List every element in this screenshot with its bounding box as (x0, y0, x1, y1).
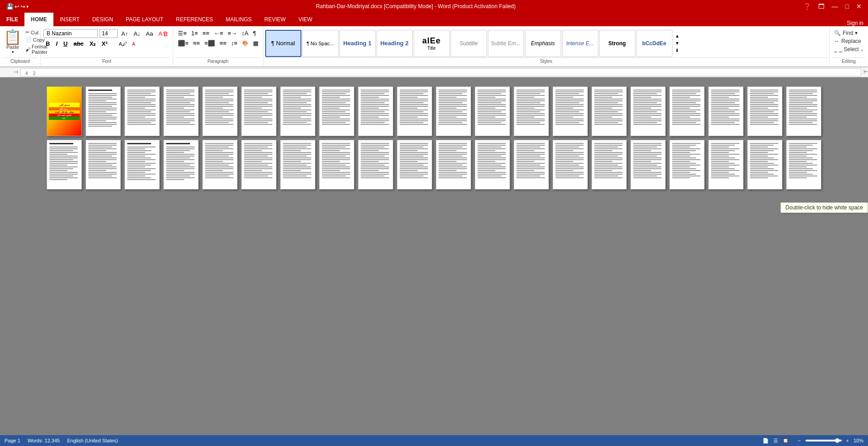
redo-icon[interactable]: ↪ (20, 3, 25, 10)
tab-insert[interactable]: INSERT (53, 13, 86, 26)
document-page-20[interactable] (786, 86, 821, 136)
document-page-11[interactable] (436, 86, 471, 136)
tab-pagelayout[interactable]: PAGE LAYOUT (119, 13, 170, 26)
bullet-list-button[interactable]: ☰≡ (176, 29, 189, 38)
document-page-31[interactable] (436, 140, 471, 190)
signin-label[interactable]: Sign in (847, 20, 863, 26)
style-normal-item[interactable]: ¶ Normal (265, 30, 301, 57)
tab-design[interactable]: DESIGN (86, 13, 119, 26)
tab-review[interactable]: REVIEW (258, 13, 292, 26)
document-page-32[interactable] (475, 140, 510, 190)
bold-button[interactable]: B (43, 39, 52, 48)
tab-references[interactable]: REFERENCES (170, 13, 219, 26)
document-page-40[interactable] (786, 140, 821, 190)
style-subtitle-item[interactable]: Subtitle (451, 30, 487, 57)
increase-indent-button[interactable]: ≡→ (226, 29, 239, 38)
document-page-2[interactable] (86, 86, 121, 136)
underline-button[interactable]: U (61, 39, 70, 48)
borders-button[interactable]: ▦ (251, 39, 260, 47)
font-name-input[interactable] (43, 29, 98, 38)
justify-button[interactable]: ≡≡ (218, 39, 228, 47)
paste-dropdown[interactable]: ▾ (12, 50, 14, 54)
document-page-29[interactable] (358, 140, 393, 190)
multilevel-list-button[interactable]: ≡≡ (200, 29, 211, 38)
replace-button[interactable]: ↔ Replace (832, 37, 865, 45)
zoom-minus-button[interactable]: − (798, 438, 801, 443)
document-page-3[interactable] (124, 86, 160, 136)
view-web-icon[interactable]: 🔲 (782, 438, 789, 444)
document-page-13[interactable] (514, 86, 549, 136)
text-highlight-button[interactable]: A🖊 (117, 40, 129, 47)
document-page-27[interactable] (280, 140, 315, 190)
document-page-25[interactable] (202, 140, 238, 190)
font-color-button[interactable]: A (130, 40, 137, 47)
decrease-indent-button[interactable]: ←≡ (212, 29, 225, 38)
document-page-9[interactable] (358, 86, 393, 136)
document-page-23[interactable] (124, 140, 160, 190)
tab-mailings[interactable]: MAILINGS (219, 13, 258, 26)
document-page-cover[interactable]: تحقیق آنلاین مرجع دانلود... موبایل - وای… (47, 86, 82, 136)
minimize-icon[interactable]: — (829, 3, 841, 10)
zoom-slider[interactable] (806, 440, 842, 441)
document-page-38[interactable] (708, 140, 744, 190)
signin-area[interactable]: Sign in (847, 20, 868, 26)
document-page-22[interactable] (86, 140, 121, 190)
document-page-28[interactable] (319, 140, 354, 190)
document-page-15[interactable] (591, 86, 627, 136)
maximize-icon[interactable]: □ (843, 3, 852, 10)
show-formatting-button[interactable]: ¶ (251, 29, 258, 38)
paste-button[interactable]: 📋 Paste ▾ (3, 29, 23, 57)
document-page-7[interactable] (280, 86, 315, 136)
help-icon[interactable]: ❓ (801, 3, 814, 10)
document-page-16[interactable] (630, 86, 666, 136)
ribbon-collapse-icon[interactable]: 🗖 (816, 3, 827, 10)
close-icon[interactable]: ✕ (854, 3, 864, 10)
style-subtleem-item[interactable]: Subtle Em... (488, 30, 524, 57)
align-center-button[interactable]: ≡≡ (191, 39, 202, 47)
font-size-input[interactable] (100, 29, 118, 38)
document-page-19[interactable] (747, 86, 782, 136)
numbered-list-button[interactable]: 1≡ (190, 29, 200, 38)
sort-button[interactable]: ↕A (240, 29, 250, 38)
document-page-14[interactable] (553, 86, 588, 136)
document-page-18[interactable] (708, 86, 744, 136)
document-page-34[interactable] (553, 140, 588, 190)
document-page-37[interactable] (669, 140, 705, 190)
document-page-8[interactable] (319, 86, 354, 136)
italic-button[interactable]: I (53, 39, 60, 48)
styles-scroll-up[interactable]: ▲ (674, 33, 681, 39)
find-button[interactable]: 🔍 Find ▾ (832, 29, 865, 37)
select-button[interactable]: ⎯ ⎯ Select ▾ (832, 45, 865, 53)
document-page-26[interactable] (241, 140, 277, 190)
shading-button[interactable]: 🎨 (240, 39, 250, 47)
change-case-button[interactable]: Aa (144, 29, 155, 38)
document-page-21[interactable] (47, 140, 82, 190)
style-bccddee-item[interactable]: bCcDdEe (636, 30, 672, 57)
tab-file[interactable]: FILE (0, 13, 24, 26)
align-left-button[interactable]: ⬛≡ (176, 39, 191, 47)
document-page-5[interactable] (202, 86, 238, 136)
style-strong-item[interactable]: Strong (599, 30, 635, 57)
style-emphasis-item[interactable]: Emphasis (525, 30, 561, 57)
document-page-12[interactable] (475, 86, 510, 136)
document-page-33[interactable] (514, 140, 549, 190)
style-heading2-item[interactable]: Heading 2 (377, 30, 413, 57)
document-page-10[interactable] (397, 86, 432, 136)
superscript-button[interactable]: X² (99, 39, 110, 48)
styles-expand[interactable]: ⬇ (674, 47, 681, 54)
document-page-24[interactable] (163, 140, 199, 190)
view-read-icon[interactable]: ☰ (773, 438, 778, 444)
subscript-button[interactable]: X₂ (87, 39, 98, 48)
tab-home[interactable]: HOME (24, 13, 53, 26)
document-page-39[interactable] (747, 140, 782, 190)
clear-format-button[interactable]: A🗑 (157, 29, 170, 38)
style-title-item[interactable]: aIEe Title (414, 30, 450, 57)
align-right-button[interactable]: ≡⬛ (203, 39, 217, 47)
view-print-icon[interactable]: 📄 (763, 438, 769, 444)
document-page-30[interactable] (397, 140, 432, 190)
font-grow-button[interactable]: A↑ (119, 29, 130, 38)
document-page-4[interactable] (163, 86, 199, 136)
font-shrink-button[interactable]: A↓ (132, 29, 142, 38)
style-heading1-item[interactable]: Heading 1 (339, 30, 376, 57)
save-icon[interactable]: 💾 (6, 3, 14, 10)
